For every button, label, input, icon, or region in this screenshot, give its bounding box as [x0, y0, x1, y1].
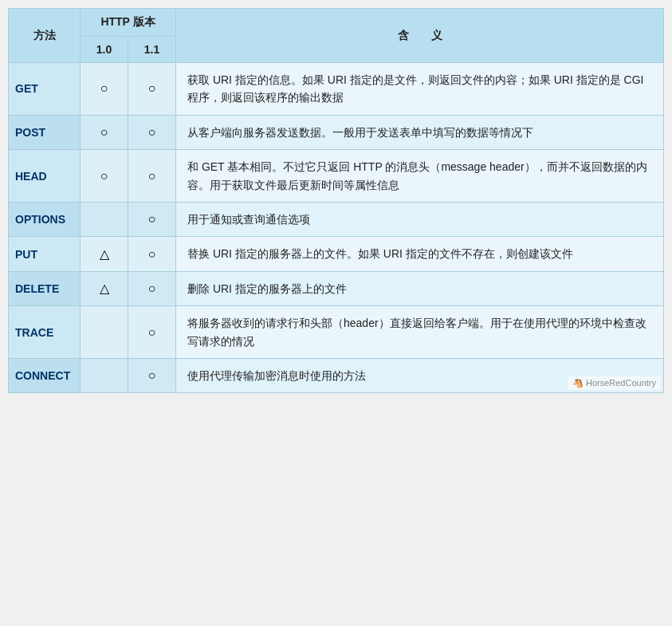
meaning-cell: 从客户端向服务器发送数据。一般用于发送表单中填写的数据等情况下: [176, 115, 664, 149]
method-cell: GET: [9, 63, 81, 116]
http-methods-table: 方法 HTTP 版本 含 义 1.0 1.1 GET○○获取 URI 指定的信息…: [8, 8, 664, 393]
table-row: POST○○从客户端向服务器发送数据。一般用于发送表单中填写的数据等情况下: [9, 115, 664, 149]
v11-cell: ○: [128, 237, 176, 271]
http-version-header: HTTP 版本: [81, 9, 176, 37]
table-row: DELETE△○删除 URI 指定的服务器上的文件: [9, 271, 664, 305]
meaning-cell: 获取 URI 指定的信息。如果 URI 指定的是文件，则返回文件的内容；如果 U…: [176, 63, 664, 116]
meaning-cell: 使用代理传输加密消息时使用的方法: [176, 358, 664, 392]
v10-cell: ○: [81, 63, 128, 116]
v11-cell: ○: [128, 358, 176, 392]
meaning-cell: 用于通知或查询通信选项: [176, 202, 664, 236]
v10-cell: [81, 306, 128, 359]
header-row-top: 方法 HTTP 版本 含 义: [9, 9, 664, 37]
v11-cell: ○: [128, 150, 176, 203]
v10-cell: [81, 202, 128, 236]
method-cell: CONNECT: [9, 358, 81, 392]
meaning-cell: 和 GET 基本相同。不过它只返回 HTTP 的消息头（message head…: [176, 150, 664, 203]
meaning-cell: 删除 URI 指定的服务器上的文件: [176, 271, 664, 305]
v11-cell: ○: [128, 115, 176, 149]
meaning-header: 含 义: [176, 9, 664, 63]
v10-cell: ○: [81, 115, 128, 149]
v11-cell: ○: [128, 202, 176, 236]
v11-cell: ○: [128, 306, 176, 359]
table-row: CONNECT○使用代理传输加密消息时使用的方法: [9, 358, 664, 392]
v10-cell: △: [81, 271, 128, 305]
table-row: GET○○获取 URI 指定的信息。如果 URI 指定的是文件，则返回文件的内容…: [9, 63, 664, 116]
table-row: TRACE○将服务器收到的请求行和头部（header）直接返回给客户端。用于在使…: [9, 306, 664, 359]
table-row: OPTIONS○用于通知或查询通信选项: [9, 202, 664, 236]
table-row: PUT△○替换 URI 指定的服务器上的文件。如果 URI 指定的文件不存在，则…: [9, 237, 664, 271]
meaning-cell: 替换 URI 指定的服务器上的文件。如果 URI 指定的文件不存在，则创建该文件: [176, 237, 664, 271]
meaning-cell: 将服务器收到的请求行和头部（header）直接返回给客户端。用于在使用代理的环境…: [176, 306, 664, 359]
method-cell: PUT: [9, 237, 81, 271]
table-wrapper: 方法 HTTP 版本 含 义 1.0 1.1 GET○○获取 URI 指定的信息…: [8, 8, 664, 393]
method-cell: TRACE: [9, 306, 81, 359]
method-header: 方法: [9, 9, 81, 63]
v10-cell: [81, 358, 128, 392]
table-row: HEAD○○和 GET 基本相同。不过它只返回 HTTP 的消息头（messag…: [9, 150, 664, 203]
method-cell: OPTIONS: [9, 202, 81, 236]
v10-header: 1.0: [81, 37, 128, 63]
v10-cell: △: [81, 237, 128, 271]
v10-cell: ○: [81, 150, 128, 203]
method-cell: DELETE: [9, 271, 81, 305]
table-body: GET○○获取 URI 指定的信息。如果 URI 指定的是文件，则返回文件的内容…: [9, 63, 664, 393]
v11-cell: ○: [128, 63, 176, 116]
v11-cell: ○: [128, 271, 176, 305]
method-cell: HEAD: [9, 150, 81, 203]
v11-header: 1.1: [128, 37, 176, 63]
method-cell: POST: [9, 115, 81, 149]
